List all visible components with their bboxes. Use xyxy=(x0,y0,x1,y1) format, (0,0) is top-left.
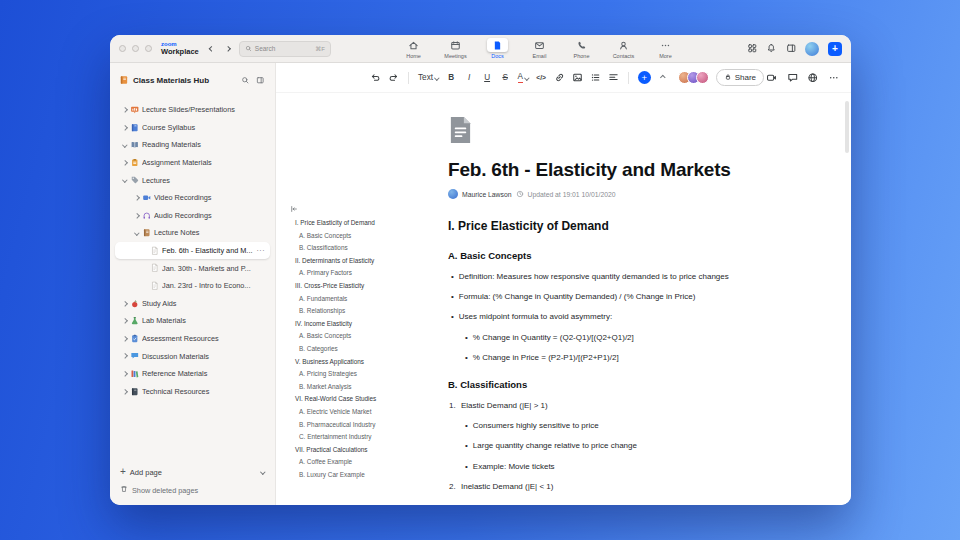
collaborator-avatars[interactable] xyxy=(678,71,709,84)
toc-item[interactable]: B. Relationships xyxy=(290,305,402,318)
toc-item[interactable]: II. Determinants of Elasticity xyxy=(290,255,402,268)
doc-heading[interactable]: B. Classifications xyxy=(448,379,844,390)
document-title[interactable]: Feb. 6th - Elasticity and Markets xyxy=(448,159,844,181)
sidebar-item[interactable]: Video Recordings xyxy=(115,189,270,207)
chevron-right-icon[interactable] xyxy=(120,108,129,112)
toc-item[interactable]: A. Basic Concepts xyxy=(290,230,402,243)
sidebar-item[interactable]: Reference Materials xyxy=(115,365,270,383)
apps-icon[interactable] xyxy=(747,43,758,54)
maximize-window-button[interactable] xyxy=(145,45,152,52)
redo-button[interactable] xyxy=(388,70,399,85)
sidebar-item[interactable]: Audio Recordings xyxy=(115,207,270,225)
text-color-button[interactable]: A xyxy=(518,70,529,85)
document[interactable]: Feb. 6th - Elasticity and Markets Mauric… xyxy=(448,93,844,491)
undo-button[interactable] xyxy=(370,70,381,85)
toc-item[interactable]: VII. Practical Calculations xyxy=(290,444,402,457)
sidebar-item[interactable]: Jan. 30th - Markets and P... xyxy=(115,259,270,277)
add-page-button[interactable]: + Add page xyxy=(120,467,265,477)
chevron-right-icon[interactable] xyxy=(120,126,129,130)
chevron-right-icon[interactable] xyxy=(132,196,141,200)
show-deleted-pages-button[interactable]: Show deleted pages xyxy=(120,485,265,495)
global-search-input[interactable]: Search ⌘F xyxy=(239,41,331,57)
document-canvas[interactable]: I. Price Elasticity of DemandA. Basic Co… xyxy=(276,93,851,505)
sidebar-item[interactable]: Discussion Materials xyxy=(115,347,270,365)
insert-button[interactable]: + xyxy=(638,70,651,85)
tab-email[interactable]: Email xyxy=(520,38,559,59)
toc-item[interactable]: C. Entertainment Industry xyxy=(290,431,402,444)
sidebar-item[interactable]: Assignment Materials xyxy=(115,154,270,172)
code-button[interactable]: </> xyxy=(536,70,547,85)
chevron-down-icon[interactable] xyxy=(261,469,266,474)
sidebar-item[interactable]: Lecture Notes xyxy=(115,224,270,242)
document-icon[interactable] xyxy=(448,115,844,149)
back-button[interactable] xyxy=(208,44,215,54)
collaborator-avatar[interactable] xyxy=(696,71,709,84)
doc-bullet[interactable]: •Definition: Measures how responsive qua… xyxy=(451,272,844,281)
toc-item[interactable]: B. Luxury Car Example xyxy=(290,469,402,482)
toc-item[interactable]: A. Primary Factors xyxy=(290,267,402,280)
minimize-window-button[interactable] xyxy=(132,45,139,52)
toc-item[interactable]: IV. Income Elasticity xyxy=(290,318,402,331)
forward-button[interactable] xyxy=(224,44,231,54)
toc-item[interactable]: A. Electric Vehicle Market xyxy=(290,406,402,419)
chevron-down-icon[interactable] xyxy=(120,178,129,182)
toc-item[interactable]: A. Pricing Strategies xyxy=(290,368,402,381)
strikethrough-button[interactable]: S xyxy=(500,70,511,85)
bulleted-list-button[interactable] xyxy=(590,70,601,85)
chevron-right-icon[interactable] xyxy=(120,302,129,306)
doc-bullet[interactable]: •% Change in Quantity = (Q2-Q1)/[(Q2+Q1)… xyxy=(465,333,844,342)
chevron-right-icon[interactable] xyxy=(120,161,129,165)
doc-numbered-item[interactable]: 2.Inelastic Demand (|E| < 1) xyxy=(449,482,844,491)
toc-item[interactable]: I. Price Elasticity of Demand xyxy=(290,217,402,230)
toc-item[interactable]: B. Categories xyxy=(290,343,402,356)
toc-item[interactable]: A. Coffee Example xyxy=(290,456,402,469)
collapse-outline-icon[interactable] xyxy=(290,205,298,213)
doc-heading[interactable]: I. Price Elasticity of Demand xyxy=(448,219,844,233)
toc-item[interactable]: B. Pharmaceutical Industry xyxy=(290,419,402,432)
chevron-down-icon[interactable] xyxy=(132,231,141,235)
bold-button[interactable]: B xyxy=(446,70,457,85)
doc-bullet[interactable]: •Consumers highly sensitive to price xyxy=(465,421,844,430)
sidebar-item[interactable]: Course Syllabus xyxy=(115,119,270,137)
toc-item[interactable]: B. Market Analysis xyxy=(290,381,402,394)
align-button[interactable] xyxy=(608,70,619,85)
doc-bullet[interactable]: •Large quantity change relative to price… xyxy=(465,441,844,450)
image-button[interactable] xyxy=(572,70,583,85)
italic-button[interactable]: I xyxy=(464,70,475,85)
chevron-right-icon[interactable] xyxy=(132,214,141,218)
tab-contacts[interactable]: Contacts xyxy=(604,38,643,59)
chevron-down-icon[interactable] xyxy=(120,143,129,147)
sidebar-item[interactable]: Technical Resources xyxy=(115,383,270,401)
underline-button[interactable]: U xyxy=(482,70,493,85)
sidebar-item[interactable]: Assessment Resources xyxy=(115,330,270,348)
globe-button[interactable] xyxy=(807,70,819,85)
chevron-right-icon[interactable] xyxy=(120,319,129,323)
toc-item[interactable]: A. Basic Concepts xyxy=(290,330,402,343)
toc-item[interactable]: III. Cross-Price Elasticity xyxy=(290,280,402,293)
sidebar-item[interactable]: Lab Materials xyxy=(115,312,270,330)
collapse-toolbar-button[interactable] xyxy=(658,70,669,85)
sidebar-collapse-icon[interactable] xyxy=(255,76,266,85)
video-call-button[interactable] xyxy=(766,70,778,85)
chevron-right-icon[interactable] xyxy=(120,390,129,394)
sidebar-search-icon[interactable] xyxy=(240,76,251,85)
toc-item[interactable]: A. Fundamentals xyxy=(290,293,402,306)
doc-heading[interactable]: A. Basic Concepts xyxy=(448,250,844,261)
more-options-icon[interactable]: ··· xyxy=(257,247,266,254)
comment-button[interactable] xyxy=(787,70,799,85)
tab-home[interactable]: Home xyxy=(394,38,433,59)
scrollbar-thumb[interactable] xyxy=(845,101,849,153)
close-window-button[interactable] xyxy=(119,45,126,52)
notifications-icon[interactable] xyxy=(766,43,777,54)
text-style-button[interactable]: Text xyxy=(418,70,439,85)
tab-more[interactable]: More xyxy=(646,38,685,59)
toc-item[interactable]: B. Classifications xyxy=(290,242,402,255)
doc-bullet[interactable]: •Formula: (% Change in Quantity Demanded… xyxy=(451,292,844,301)
sidebar-item[interactable]: Study Aids xyxy=(115,295,270,313)
more-button[interactable] xyxy=(828,70,840,85)
sidebar-item[interactable]: Jan. 23rd - Intro to Econo... xyxy=(115,277,270,295)
side-panel-icon[interactable] xyxy=(786,43,797,54)
toc-item[interactable]: V. Business Applications xyxy=(290,356,402,369)
link-button[interactable] xyxy=(554,70,565,85)
doc-numbered-item[interactable]: 1.Elastic Demand (|E| > 1) xyxy=(449,401,844,410)
